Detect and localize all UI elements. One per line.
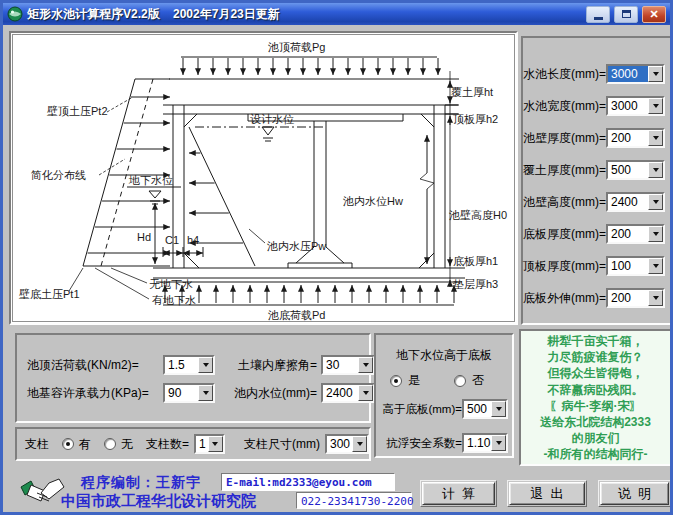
friction-angle-combobox[interactable]: 30	[321, 355, 375, 375]
close-icon: ✕	[649, 9, 658, 20]
groundwater-yes-radio[interactable]	[390, 375, 402, 387]
label-cover-thickness: 覆土厚ht	[451, 86, 493, 98]
poem-line: 耕犁千亩实千箱，	[521, 333, 670, 349]
poem-line: -和所有的结构同行-	[521, 446, 670, 462]
help-button[interactable]: 说 明	[600, 482, 669, 505]
live-load-label: 池顶活荷载(KN/m2)=	[27, 357, 159, 374]
phone-field[interactable]: 022-23341730-2200	[296, 492, 412, 509]
label-wall-height: 池壁高度H0	[448, 209, 507, 221]
dropdown-arrow-icon[interactable]	[358, 357, 373, 373]
above-base-combobox[interactable]: 500	[462, 399, 508, 419]
wall-thickness-combobox[interactable]: 200	[606, 128, 665, 148]
tank-cross-section-diagram: 池顶荷载Pg 壁顶土压Pt2 设计水位 简化分布线 地下水位 Hd C1 h4 …	[12, 34, 515, 322]
label-roof-thickness: 顶板厚h2	[453, 113, 498, 125]
water-level-combobox[interactable]: 2400	[321, 383, 375, 403]
base-thickness-label: 底板厚度(mm)=	[523, 226, 606, 243]
loads-panel: 池顶活荷载(KN/m2)= 1.5 土壤内摩擦角= 30 地基容许承载力(KPa…	[15, 333, 371, 423]
dropdown-arrow-icon[interactable]	[648, 66, 663, 82]
groundwater-no-radio[interactable]	[454, 375, 466, 387]
pool-length-label: 水池长度(mm)=	[523, 66, 606, 83]
label-inner-water-level: 池内水位Hw	[342, 195, 403, 207]
wall-height-combobox[interactable]: 2400	[606, 192, 665, 212]
exit-button-frame: 退 出	[507, 480, 587, 507]
dropdown-arrow-icon[interactable]	[648, 258, 663, 274]
app-icon	[7, 6, 23, 22]
dropdown-arrow-icon[interactable]	[352, 436, 367, 452]
dropdown-arrow-icon[interactable]	[208, 436, 223, 452]
calc-button-frame: 计 算	[420, 480, 497, 507]
dimensions-panel: 水池长度(mm)= 3000 水池宽度(mm)= 3000 池壁厚度(mm)= …	[521, 36, 672, 325]
label-design-water-level: 设计水位	[250, 113, 294, 125]
label-dim-h4: h4	[187, 234, 199, 246]
dropdown-arrow-icon[interactable]	[648, 98, 663, 114]
minimize-icon	[594, 17, 603, 20]
app-window: 矩形水池计算程序V2.2版 2002年7月23日更新 ✕	[0, 0, 673, 515]
help-button-frame: 说 明	[598, 480, 671, 507]
water-level-label: 池内水位(mm)=	[219, 385, 317, 402]
maximize-icon	[622, 10, 631, 18]
anti-float-combobox[interactable]: 1.10	[462, 433, 508, 453]
label-inner-water-pressure: 池内水压Pw	[266, 240, 326, 252]
field-wall-height: 池壁高度(mm)= 2400	[523, 186, 670, 218]
exit-button[interactable]: 退 出	[509, 482, 585, 505]
base-thickness-combobox[interactable]: 200	[606, 224, 665, 244]
title-bar: 矩形水池计算程序V2.2版 2002年7月23日更新 ✕	[3, 3, 670, 25]
label-wall-bottom-pressure: 壁底土压Pt1	[18, 288, 80, 300]
bearing-capacity-combobox[interactable]: 90	[163, 383, 215, 403]
groundwater-no-label: 否	[472, 372, 484, 389]
groundwater-title: 地下水位高于底板	[376, 347, 512, 364]
email-field[interactable]: E-mail:md2333@eyou.com	[221, 473, 395, 491]
bearing-capacity-label: 地基容许承载力(KPa)=	[27, 385, 159, 402]
close-button[interactable]: ✕	[642, 6, 666, 23]
field-base-thickness: 底板厚度(mm)= 200	[523, 218, 670, 250]
field-cover-thickness: 覆土厚度(mm)= 500	[523, 154, 670, 186]
label-roof-load: 池顶荷载Pg	[267, 41, 325, 53]
poem-line: 的朋友们	[521, 430, 670, 446]
pillar-no-radio[interactable]	[104, 438, 116, 450]
dropdown-arrow-icon[interactable]	[491, 435, 506, 451]
maximize-button[interactable]	[614, 6, 638, 23]
label-bottom-load: 池底荷载Pd	[267, 309, 325, 321]
dropdown-arrow-icon[interactable]	[648, 226, 663, 242]
field-wall-thickness: 池壁厚度(mm)= 200	[523, 122, 670, 154]
diagram-panel: 池顶荷载Pg 壁顶土压Pt2 设计水位 简化分布线 地下水位 Hd C1 h4 …	[9, 31, 518, 325]
dropdown-arrow-icon[interactable]	[648, 130, 663, 146]
dropdown-arrow-icon[interactable]	[491, 401, 506, 417]
dropdown-arrow-icon[interactable]	[198, 357, 213, 373]
dropdown-arrow-icon[interactable]	[358, 385, 373, 401]
pool-length-combobox[interactable]: 3000	[606, 64, 665, 84]
wall-thickness-label: 池壁厚度(mm)=	[523, 130, 606, 147]
pillar-label: 支柱	[25, 436, 49, 453]
pillar-count-combobox[interactable]: 1	[194, 434, 225, 454]
dropdown-arrow-icon[interactable]	[648, 194, 663, 210]
label-dim-c1: C1	[165, 234, 179, 246]
pillar-count-label: 支柱数=	[146, 436, 189, 453]
pillar-panel: 支柱 有 无 支柱数= 1 支柱尺寸(mm) 300	[15, 427, 371, 461]
calculate-button[interactable]: 计 算	[422, 482, 495, 505]
author-credit: 程序编制：王新宇	[81, 474, 201, 492]
base-extension-combobox[interactable]: 200	[606, 288, 665, 308]
poem-line: 〖病牛·李纲·宋〗	[521, 398, 670, 414]
live-load-combobox[interactable]: 1.5	[163, 355, 215, 375]
dropdown-arrow-icon[interactable]	[198, 385, 213, 401]
pool-width-combobox[interactable]: 3000	[606, 96, 665, 116]
pillar-yes-radio[interactable]	[62, 438, 74, 450]
poem-line: 不辞羸病卧残阳。	[521, 382, 670, 398]
groundwater-panel: 地下水位高于底板 是 否 高于底板(mm)= 500 抗浮安全系数= 1.10	[374, 333, 514, 458]
wall-height-label: 池壁高度(mm)=	[523, 194, 606, 211]
label-cushion-thickness: 垫层厚h3	[452, 278, 498, 290]
pillar-size-label: 支柱尺寸(mm)	[244, 436, 320, 453]
pillar-size-combobox[interactable]: 300	[325, 434, 369, 454]
dropdown-arrow-icon[interactable]	[648, 290, 663, 306]
cover-thickness-label: 覆土厚度(mm)=	[523, 162, 606, 179]
poem-line: 力尽筋疲谁复伤？	[521, 349, 670, 365]
field-pool-width: 水池宽度(mm)= 3000	[523, 90, 670, 122]
minimize-button[interactable]	[586, 6, 610, 23]
anti-float-label: 抗浮安全系数=	[386, 436, 462, 451]
dropdown-arrow-icon[interactable]	[648, 162, 663, 178]
label-base-thickness: 底板厚h1	[453, 255, 498, 267]
handshake-icon	[19, 473, 65, 511]
label-groundwater-level: 地下水位	[128, 174, 173, 186]
roof-thickness-combobox[interactable]: 100	[606, 256, 665, 276]
cover-thickness-combobox[interactable]: 500	[606, 160, 665, 180]
